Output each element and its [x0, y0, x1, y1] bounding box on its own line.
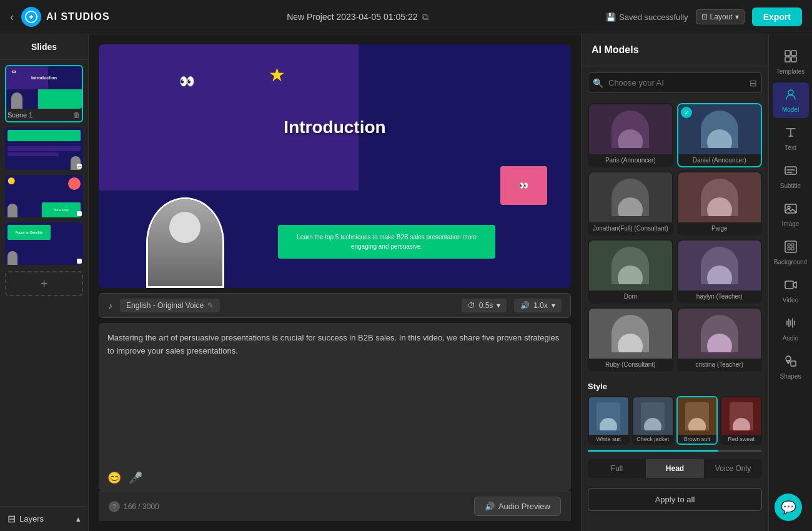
model-card-ruby[interactable]: Ruby (Consultant) — [588, 307, 673, 372]
position-tab-head[interactable]: Head — [646, 459, 704, 478]
shapes-label: Shapes — [780, 373, 801, 380]
help-icon[interactable]: ? — [109, 501, 120, 512]
svg-rect-2 — [791, 51, 796, 56]
edit-icon: ✎ — [207, 301, 214, 310]
speed-control[interactable]: 🔊 1.0x ▾ — [514, 299, 562, 312]
layout-icon: ⊡ — [701, 12, 708, 21]
speed-icon: 🔊 — [520, 301, 530, 310]
style-card-red-sweat[interactable]: Red sweat — [720, 396, 762, 445]
canvas-avatar — [146, 197, 224, 288]
emoji-icon[interactable]: 😊 — [107, 471, 121, 485]
canvas-title: Introduction — [284, 117, 385, 137]
layout-button[interactable]: ⊡ Layout ▾ — [696, 9, 745, 24]
model-card-jonathan[interactable]: Jonathan(Full) (Consultant) — [588, 171, 673, 236]
toolbar-item-audio[interactable]: Audio — [773, 311, 809, 347]
canvas-decoration-star: ★ — [269, 64, 285, 86]
svg-rect-1 — [785, 51, 790, 56]
model-card-dom[interactable]: Dom — [588, 239, 673, 304]
style-grid: White suit Check jacket Brown suit Red s… — [582, 394, 768, 447]
model-card-daniel[interactable]: ✓ Daniel (Announcer) — [677, 103, 763, 167]
model-name-cristina: cristina (Teacher) — [678, 359, 761, 370]
back-button[interactable]: ‹ — [10, 11, 14, 24]
save-icon: 💾 — [606, 12, 616, 22]
toolbar-item-video[interactable]: Video — [773, 273, 809, 309]
microphone-icon[interactable]: 🎤 — [129, 471, 142, 485]
toolbar-item-background[interactable]: Background — [773, 235, 809, 270]
templates-label: Templates — [776, 68, 805, 75]
ai-search-container: 🔍 ⊟ — [588, 72, 762, 93]
external-link-icon[interactable]: ⧉ — [422, 12, 428, 22]
toolbar-item-model[interactable]: Model — [773, 82, 809, 118]
model-name-paris: Paris (Announcer) — [589, 154, 672, 166]
chevron-down-icon: ▾ — [552, 301, 555, 310]
model-card-paige[interactable]: Paige — [677, 171, 763, 236]
subtitle-icon — [784, 164, 798, 181]
position-tab-voice-only[interactable]: Voice Only — [704, 459, 762, 478]
model-label: Model — [782, 106, 799, 113]
header: ‹ AI STUDIOS New Project 2023-04-05 01:0… — [0, 0, 812, 34]
toolbar-item-image[interactable]: Image — [773, 197, 809, 232]
model-name-paige: Paige — [678, 222, 761, 234]
background-icon — [784, 240, 798, 257]
text-icon — [784, 126, 798, 142]
editor-area: 👀 ★ Introduction Learn the top 5 techniq… — [89, 34, 581, 531]
ai-search-input[interactable] — [588, 72, 762, 93]
voice-label: English - Original Voice — [126, 301, 204, 310]
main-area: Slides Introduction 👁️ Scene 1 🗑 ✏ — [0, 34, 812, 531]
svg-rect-10 — [785, 281, 793, 289]
canvas-pink-box: 👀 — [500, 166, 548, 205]
image-icon — [784, 202, 798, 219]
svg-rect-4 — [791, 57, 796, 62]
voice-selector[interactable]: English - Original Voice ✎ — [120, 299, 220, 312]
model-card-paris[interactable]: Paris (Announcer) — [588, 103, 673, 167]
bottom-bar: ? 166 / 3000 🔊 Audio Preview — [99, 491, 571, 521]
slide-item-3[interactable]: 🟡 Tell a Story ✏ — [5, 175, 83, 217]
header-right: 💾 Saved successfully ⊡ Layout ▾ Export — [606, 7, 802, 26]
chevron-up-icon: ▴ — [76, 514, 81, 524]
audio-label: Audio — [783, 335, 799, 342]
layers-bar[interactable]: ⊟ Layers ▴ — [0, 506, 88, 531]
slides-panel: Slides Introduction 👁️ Scene 1 🗑 ✏ — [0, 34, 89, 531]
svg-rect-12 — [791, 361, 796, 366]
apply-to-all-button[interactable]: Apply to all — [588, 488, 762, 511]
svg-point-5 — [788, 90, 793, 95]
style-card-check-jacket[interactable]: Check jacket — [632, 396, 674, 445]
toolbar-item-templates[interactable]: Templates — [773, 44, 809, 80]
style-name-brown-suit: Brown suit — [678, 435, 717, 444]
chat-bubble-button[interactable]: 💬 — [775, 494, 802, 521]
video-icon — [784, 278, 798, 295]
slide-item-1[interactable]: Introduction 👁️ Scene 1 🗑 — [5, 65, 83, 122]
model-card-cristina[interactable]: cristina (Teacher) — [677, 307, 763, 372]
model-name-daniel: Daniel (Announcer) — [678, 154, 761, 166]
add-slide-button[interactable]: + — [5, 271, 83, 296]
style-slider[interactable] — [588, 450, 762, 452]
search-icon: 🔍 — [593, 78, 603, 88]
slide-canvas: 👀 ★ Introduction Learn the top 5 techniq… — [99, 44, 571, 288]
time-control[interactable]: ⏱ 0.5s ▾ — [462, 299, 507, 312]
style-card-white-suit[interactable]: White suit — [588, 396, 630, 445]
position-tab-full[interactable]: Full — [588, 459, 646, 478]
slide-item-4[interactable]: Focus on Benefits ✏ — [5, 222, 83, 265]
toolbar-item-subtitle[interactable]: Subtitle — [773, 159, 809, 194]
clock-icon: ⏱ — [468, 301, 475, 310]
style-card-brown-suit[interactable]: Brown suit — [676, 396, 718, 445]
model-icon — [784, 87, 798, 104]
controls-bar: ♪ English - Original Voice ✎ ⏱ 0.5s ▾ 🔊 … — [99, 293, 571, 318]
audio-preview-button[interactable]: 🔊 Audio Preview — [474, 497, 561, 516]
script-area[interactable]: Mastering the art of persuasive presenta… — [99, 323, 571, 491]
model-card-haylyn[interactable]: haylyn (Teacher) — [677, 239, 763, 304]
slide-item-2[interactable]: ✏ — [5, 127, 83, 170]
delete-icon[interactable]: 🗑 — [73, 111, 81, 119]
svg-rect-9 — [785, 241, 796, 252]
header-center: New Project 2023-04-05 01:05:22 ⧉ — [287, 12, 428, 22]
subtitle-label: Subtitle — [780, 182, 801, 189]
toolbar-item-shapes[interactable]: Shapes — [773, 349, 809, 385]
canvas-decoration-eyes: 👀 — [179, 74, 195, 89]
model-name-haylyn: haylyn (Teacher) — [678, 290, 761, 302]
toolbar-item-text[interactable]: Text — [773, 121, 809, 156]
filter-icon[interactable]: ⊟ — [750, 78, 757, 88]
export-button[interactable]: Export — [752, 7, 802, 26]
model-name-jonathan: Jonathan(Full) (Consultant) — [589, 222, 672, 234]
templates-icon — [784, 49, 798, 66]
style-name-check-jacket: Check jacket — [633, 435, 673, 444]
